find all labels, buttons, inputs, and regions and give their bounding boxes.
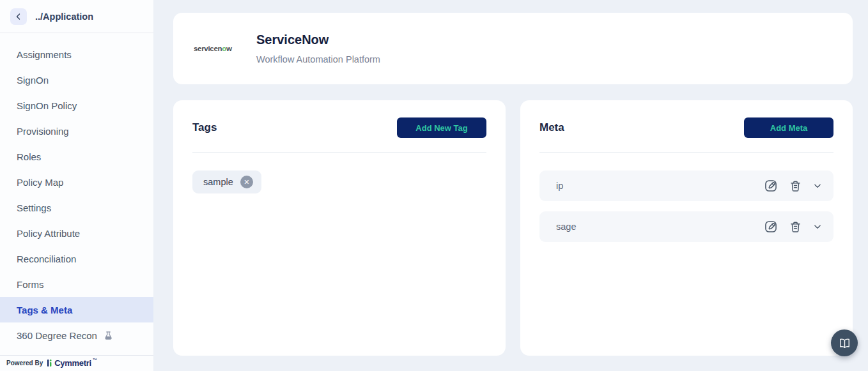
add-meta-button[interactable]: Add Meta xyxy=(744,117,833,138)
sidebar-item-label: Reconciliation xyxy=(17,254,76,264)
sidebar: ../Application Assignments SignOn SignOn… xyxy=(0,0,153,371)
sidebar-item-label: SignOn Policy xyxy=(17,100,77,111)
tag-label: sample xyxy=(203,177,233,187)
add-new-tag-button[interactable]: Add New Tag xyxy=(397,117,486,138)
sidebar-header: ../Application xyxy=(0,0,153,33)
breadcrumb: ../Application xyxy=(35,11,93,22)
sidebar-item-tags-meta[interactable]: Tags & Meta xyxy=(0,297,153,322)
tag-chip: sample ✕ xyxy=(192,170,261,193)
expand-meta-button[interactable] xyxy=(813,222,822,231)
tags-panel-title: Tags xyxy=(192,121,217,134)
trash-icon xyxy=(789,220,802,234)
sidebar-item-signon[interactable]: SignOn xyxy=(0,67,153,93)
app-title-block: ServiceNow Workflow Automation Platform xyxy=(256,33,380,64)
powered-by-label: Powered By xyxy=(6,360,43,367)
sidebar-item-label: Roles xyxy=(17,151,41,162)
tags-panel: Tags Add New Tag sample ✕ xyxy=(173,100,506,356)
edit-icon xyxy=(764,220,778,234)
divider xyxy=(192,152,486,153)
sidebar-item-forms[interactable]: Forms xyxy=(0,271,153,297)
sidebar-item-settings[interactable]: Settings xyxy=(0,195,153,220)
main-content: servicenow ServiceNow Workflow Automatio… xyxy=(153,0,868,371)
trash-icon xyxy=(789,179,802,193)
cymmetri-brand-text: Cymmetri xyxy=(54,358,91,368)
sidebar-item-label: Tags & Meta xyxy=(17,305,72,315)
sidebar-item-label: Forms xyxy=(17,279,44,290)
divider xyxy=(539,152,833,153)
meta-key: ip xyxy=(556,181,563,191)
remove-tag-button[interactable]: ✕ xyxy=(240,176,253,188)
meta-panel-title: Meta xyxy=(539,121,564,134)
meta-panel: Meta Add Meta ip xyxy=(520,100,853,356)
chevron-left-icon xyxy=(15,13,22,20)
delete-meta-button[interactable] xyxy=(789,220,802,234)
sidebar-item-provisioning[interactable]: Provisioning xyxy=(0,118,153,144)
sidebar-item-label: Provisioning xyxy=(17,126,69,137)
sidebar-item-policy-attribute[interactable]: Policy Attribute xyxy=(0,220,153,246)
logo-text-part: w xyxy=(226,45,232,52)
back-button[interactable] xyxy=(10,8,27,25)
trademark-symbol: ™ xyxy=(93,358,97,362)
delete-meta-button[interactable] xyxy=(789,179,802,193)
sidebar-footer: Powered By Cymmetri ™ xyxy=(0,355,153,371)
flask-icon xyxy=(104,331,113,340)
sidebar-item-label: Policy Map xyxy=(17,177,63,188)
sidebar-item-assignments[interactable]: Assignments xyxy=(0,42,153,67)
cymmetri-logo: Cymmetri ™ xyxy=(47,358,97,368)
meta-list: ip xyxy=(539,170,833,242)
expand-meta-button[interactable] xyxy=(813,181,822,190)
open-book-icon xyxy=(839,337,851,349)
docs-fab-button[interactable] xyxy=(831,329,858,356)
sidebar-item-signon-policy[interactable]: SignOn Policy xyxy=(0,93,153,118)
sidebar-item-360-degree-recon[interactable]: 360 Degree Recon xyxy=(0,322,153,348)
sidebar-item-reconciliation[interactable]: Reconciliation xyxy=(0,246,153,271)
close-icon: ✕ xyxy=(244,179,249,186)
logo-text-green-o: o xyxy=(222,45,226,52)
meta-row: sage xyxy=(539,211,833,242)
sidebar-item-label: SignOn xyxy=(17,75,49,86)
logo-text-part: servicen xyxy=(194,45,222,52)
chevron-down-icon xyxy=(813,222,822,231)
cymmetri-logo-icon xyxy=(47,360,53,367)
sidebar-item-policy-map[interactable]: Policy Map xyxy=(0,169,153,195)
edit-meta-button[interactable] xyxy=(764,179,778,193)
edit-icon xyxy=(764,179,778,193)
meta-key: sage xyxy=(556,222,576,232)
servicenow-logo: servicenow xyxy=(194,45,240,52)
edit-meta-button[interactable] xyxy=(764,220,778,234)
sidebar-item-roles[interactable]: Roles xyxy=(0,144,153,169)
app-header-card: servicenow ServiceNow Workflow Automatio… xyxy=(173,13,853,84)
sidebar-nav: Assignments SignOn SignOn Policy Provisi… xyxy=(0,33,153,348)
sidebar-item-label: 360 Degree Recon xyxy=(17,330,97,341)
page-subtitle: Workflow Automation Platform xyxy=(256,54,380,64)
chevron-down-icon xyxy=(813,181,822,190)
page-title: ServiceNow xyxy=(256,33,380,47)
sidebar-item-label: Policy Attribute xyxy=(17,228,80,239)
sidebar-item-label: Assignments xyxy=(17,49,72,60)
meta-row: ip xyxy=(539,170,833,201)
sidebar-item-label: Settings xyxy=(17,202,51,213)
